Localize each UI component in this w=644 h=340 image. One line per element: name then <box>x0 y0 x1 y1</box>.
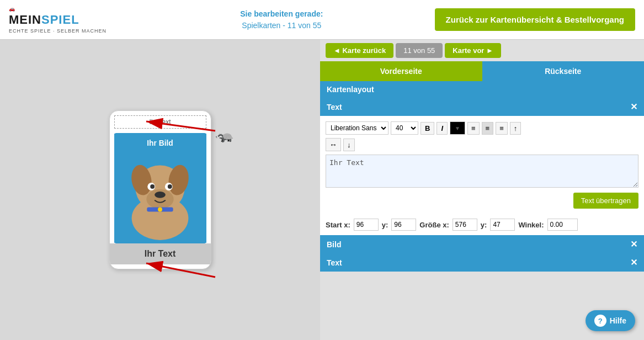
position-row: Start x: y: Größe x: y: Winkel: <box>320 214 644 235</box>
text-section-label: Text <box>327 103 342 111</box>
editing-label: Sie bearbeiten gerade: <box>129 8 435 20</box>
transfer-row: Text übertragen <box>326 193 638 209</box>
size-x-label: Größe x: <box>419 221 449 229</box>
size-select[interactable]: 40 <box>391 121 418 135</box>
start-x-input[interactable] <box>354 219 379 231</box>
text-input[interactable]: Ihr Text <box>326 155 638 188</box>
angle-label: Winkel: <box>518 221 544 229</box>
tab-rueckseite[interactable]: Rückseite <box>482 61 645 81</box>
align-left-button[interactable]: ≡ <box>467 122 480 135</box>
bild-close-button[interactable]: ✕ <box>630 239 637 249</box>
align-right-button[interactable]: ≡ <box>496 122 508 135</box>
align-center-button[interactable]: ≡ <box>482 122 494 135</box>
dog-image: Ihr Bild <box>114 133 206 243</box>
logo-sub: ECHTE SPIELE · SELBER MACHEN <box>9 28 107 34</box>
text-section-header: Text ✕ <box>320 98 644 116</box>
tab-vorderseite[interactable]: Vorderseite <box>320 61 482 81</box>
card-preview: Ihr Text <box>109 110 211 269</box>
bild-section-header: Bild ✕ <box>320 235 644 253</box>
start-x-label: Start x: <box>326 221 350 229</box>
svg-point-12 <box>158 208 162 212</box>
kartenlayout-header: Kartenlayout <box>320 81 644 98</box>
kartenlayout-label: Kartenlayout <box>327 85 374 94</box>
logo-highlight: SPIEL <box>41 13 79 26</box>
color-picker-button[interactable]: ▼ <box>450 121 465 135</box>
move-up-button[interactable]: ↑ <box>510 122 521 135</box>
start-y-input[interactable] <box>391 219 416 231</box>
size-y-input[interactable] <box>490 219 515 231</box>
toolbar-row-1: Liberation Sans 40 B I ▼ ≡ ≡ ≡ ↑ <box>326 121 638 135</box>
color-picker-arrow: ▼ <box>455 125 460 131</box>
back-to-overview-button[interactable]: Zurück zur Kartenübersicht & Bestellvorg… <box>435 8 635 31</box>
svg-point-10 <box>167 184 172 189</box>
card-bottom-text: Ihr Text <box>110 243 211 264</box>
start-y-label: y: <box>382 221 388 229</box>
bold-button[interactable]: B <box>421 122 434 135</box>
tabs: Vorderseite Rückseite <box>320 61 644 81</box>
prev-card-button[interactable]: ◄ Karte zurück <box>326 43 393 58</box>
size-y-label: y: <box>481 221 487 229</box>
svg-text:Ihr Bild: Ihr Bild <box>147 139 173 147</box>
svg-point-6 <box>155 192 166 198</box>
logo: 🚗 MEINSPIEL ECHTE SPIELE · SELBER MACHEN <box>9 6 107 34</box>
card-counter: 11 von 55 <box>396 43 443 58</box>
card-top-text: Ihr Text <box>114 115 206 129</box>
text2-close-button[interactable]: ✕ <box>630 257 637 268</box>
move-down-button[interactable]: ↓ <box>343 139 355 151</box>
toolbar-row-2: ↔ ↓ <box>326 138 638 151</box>
angle-input[interactable] <box>547 219 578 231</box>
logo-text: 🚗 MEINSPIEL <box>9 6 107 27</box>
main-layout: Ihr Text <box>0 40 644 340</box>
emoji-icon: 🦡 <box>215 125 235 144</box>
nav-bar: ◄ Karte zurück 11 von 55 Karte vor ► <box>320 40 644 61</box>
svg-point-9 <box>150 184 155 189</box>
bild-section-label: Bild <box>327 240 341 249</box>
font-select[interactable]: Liberation Sans <box>326 121 388 135</box>
text2-section-label: Text <box>327 258 342 267</box>
header: 🚗 MEINSPIEL ECHTE SPIELE · SELBER MACHEN… <box>0 0 644 40</box>
hilfe-icon: ? <box>594 315 606 327</box>
text-close-button[interactable]: ✕ <box>630 102 637 112</box>
editing-value: Spielkarten - 11 von 55 <box>129 20 435 31</box>
card-image-area: Ihr Bild <box>114 133 206 243</box>
left-panel: Ihr Text <box>0 40 320 340</box>
next-card-button[interactable]: Karte vor ► <box>445 43 501 58</box>
expand-width-button[interactable]: ↔ <box>326 138 341 151</box>
transfer-button[interactable]: Text übertragen <box>573 193 638 209</box>
hilfe-label: Hilfe <box>610 316 626 325</box>
italic-button[interactable]: I <box>437 122 448 135</box>
size-x-input[interactable] <box>453 219 477 231</box>
header-center: Sie bearbeiten gerade: Spielkarten - 11 … <box>129 8 435 31</box>
hilfe-button[interactable]: ? Hilfe <box>586 310 635 331</box>
right-panel: ◄ Karte zurück 11 von 55 Karte vor ► Vor… <box>320 40 644 340</box>
text-editor: Liberation Sans 40 B I ▼ ≡ ≡ ≡ ↑ ↔ ↓ Ihr… <box>320 116 644 214</box>
text2-section-header: Text ✕ <box>320 253 644 272</box>
